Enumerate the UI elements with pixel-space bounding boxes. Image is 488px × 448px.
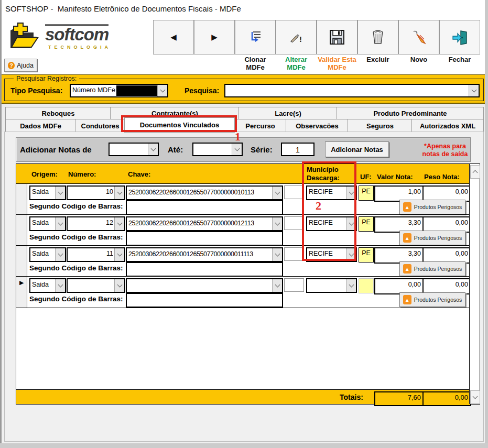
- chave-select[interactable]: [126, 278, 283, 293]
- produtos-perigosos-button[interactable]: ▲ Produtos Perigosos: [399, 231, 465, 245]
- numero-select[interactable]: 10: [67, 185, 125, 200]
- tab-lacres[interactable]: Lacre(s): [238, 107, 338, 120]
- ate-label: Até:: [168, 145, 183, 154]
- uf-field[interactable]: [359, 278, 374, 293]
- numero-value: [68, 279, 114, 292]
- dropdown-arrow-icon[interactable]: [232, 144, 242, 155]
- grid-vertical-scrollbar[interactable]: [469, 164, 480, 404]
- dropdown-arrow-icon[interactable]: [55, 279, 65, 292]
- serie-input[interactable]: 1: [281, 143, 315, 156]
- dropdown-arrow-icon[interactable]: [148, 144, 158, 155]
- chave-select[interactable]: 2520030622026600012655077000000011113: [126, 247, 283, 262]
- origem-select[interactable]: Saida: [29, 278, 66, 293]
- validar-mdfe-button[interactable]: [317, 20, 357, 54]
- nota-ate-select[interactable]: [192, 143, 243, 156]
- municipio-codigo-field[interactable]: [284, 185, 304, 199]
- alterar-mdfe-button[interactable]: !: [276, 20, 317, 54]
- produtos-perigosos-button[interactable]: ▲ Produtos Perigosos: [399, 200, 465, 214]
- tab-reboques[interactable]: Reboques: [5, 107, 111, 120]
- fechar-button[interactable]: [439, 20, 480, 54]
- tab-percurso[interactable]: Percurso: [234, 119, 287, 133]
- municipio-codigo-field[interactable]: [284, 247, 304, 261]
- tab-seguros[interactable]: Seguros: [348, 119, 413, 133]
- chave-select[interactable]: 2520030622026600012655077000000012113: [126, 216, 283, 231]
- origem-select[interactable]: Saida: [29, 185, 66, 200]
- note-line1: *Apenas para: [412, 143, 478, 150]
- dropdown-arrow-icon[interactable]: [272, 187, 282, 199]
- window-title: SOFTSHOP - Manifesto Eletrônico de Docum…: [5, 4, 241, 13]
- numero-value: 12: [68, 217, 114, 230]
- municipio-codigo-field[interactable]: [284, 278, 304, 292]
- tab-observacoes[interactable]: Observacões: [286, 119, 349, 133]
- segundo-codigo-input[interactable]: [126, 262, 283, 277]
- dropdown-arrow-icon[interactable]: [346, 279, 356, 292]
- numero-select[interactable]: [67, 278, 125, 293]
- produtos-perigosos-button[interactable]: ▲ Produtos Perigosos: [399, 292, 465, 307]
- tipo-pesquisa-select[interactable]: Número MDFe: [70, 84, 168, 97]
- numero-select[interactable]: 12: [67, 216, 125, 231]
- window-frame-left: [0, 0, 2, 448]
- municipio-codigo-field[interactable]: [284, 216, 304, 230]
- segundo-codigo-input[interactable]: [126, 293, 283, 308]
- excluir-button[interactable]: [357, 20, 398, 54]
- dropdown-arrow-icon[interactable]: [272, 248, 282, 261]
- alterar-label: Alterar MDFe: [275, 56, 317, 71]
- fechar-label: Fechar: [439, 56, 481, 64]
- novo-button[interactable]: [398, 20, 439, 54]
- produtos-perigosos-label: Produtos Perigosos: [414, 266, 462, 272]
- ajuda-button-label: Ajuda: [17, 62, 34, 69]
- municipio-select[interactable]: [306, 278, 357, 293]
- origem-select[interactable]: Saida: [29, 216, 66, 231]
- nota-de-select[interactable]: [109, 143, 159, 156]
- next-record-button[interactable]: ▶: [194, 20, 235, 54]
- trash-icon: [370, 29, 386, 45]
- tipo-pesquisa-value: Número MDFe: [71, 85, 116, 96]
- arrow-right-icon: ▶: [211, 32, 218, 42]
- numero-value: 11: [68, 248, 114, 261]
- tipo-pesquisa-label: Tipo Pesquisa:: [10, 86, 62, 95]
- dropdown-arrow-icon[interactable]: [114, 217, 124, 230]
- dropdown-arrow-icon[interactable]: [114, 279, 124, 292]
- dropdown-arrow-icon[interactable]: [469, 85, 479, 96]
- dropdown-arrow-icon[interactable]: [272, 279, 282, 292]
- header-chave: Chave:: [128, 170, 150, 178]
- uf-field[interactable]: PE: [359, 185, 374, 201]
- tab-label: Produto Predominante: [373, 110, 447, 117]
- produtos-perigosos-button[interactable]: ▲ Produtos Perigosos: [399, 261, 465, 276]
- scroll-down-icon[interactable]: [470, 390, 480, 404]
- ajuda-button[interactable]: ? Ajuda: [4, 59, 37, 72]
- tab-autorizados-xml[interactable]: Autorizados XML: [411, 119, 484, 133]
- segundo-codigo-label: Segundo Código de Barras:: [29, 264, 123, 272]
- segundo-codigo-input[interactable]: [126, 200, 283, 215]
- segundo-codigo-input[interactable]: [126, 231, 283, 246]
- segundo-codigo-label: Segundo Código de Barras:: [29, 295, 123, 303]
- origem-select[interactable]: Saida: [29, 247, 66, 262]
- dropdown-arrow-icon[interactable]: [114, 248, 124, 261]
- dropdown-arrow-icon[interactable]: [114, 187, 124, 199]
- dropdown-arrow-icon[interactable]: [55, 217, 65, 230]
- apenas-notas-saida-note: *Apenas para notas de saída: [412, 143, 478, 158]
- adicionar-notas-button[interactable]: Adicionar Notas: [325, 141, 389, 157]
- row-separator: [16, 276, 469, 277]
- tab-dados-mdfe[interactable]: Dados MDFe: [5, 119, 76, 133]
- clonar-mdfe-button[interactable]: [235, 20, 276, 54]
- pesquisa-value: [225, 85, 469, 96]
- pesquisa-select[interactable]: [224, 84, 480, 97]
- uf-field[interactable]: PE: [359, 216, 374, 232]
- dropdown-arrow-icon[interactable]: [272, 217, 282, 230]
- annotation-number-1: 1: [235, 130, 241, 144]
- save-floppy-icon: [329, 29, 345, 46]
- numero-select[interactable]: 11: [67, 247, 125, 262]
- row-separator: [16, 308, 469, 308]
- chave-select[interactable]: 2520030622026600012655077000000010113: [126, 185, 283, 200]
- clone-document-icon: [248, 30, 263, 44]
- tab-produto-predominante[interactable]: Produto Predominante: [337, 107, 484, 120]
- previous-record-button[interactable]: ◀: [153, 20, 194, 54]
- tab-condutores[interactable]: Condutores: [75, 119, 125, 133]
- dropdown-arrow-icon[interactable]: [55, 248, 65, 261]
- uf-field[interactable]: PE: [359, 247, 374, 263]
- help-question-icon: ?: [8, 62, 15, 69]
- scroll-up-icon[interactable]: [470, 165, 480, 179]
- dropdown-arrow-icon[interactable]: [55, 187, 65, 199]
- dropdown-arrow-icon[interactable]: [157, 85, 167, 96]
